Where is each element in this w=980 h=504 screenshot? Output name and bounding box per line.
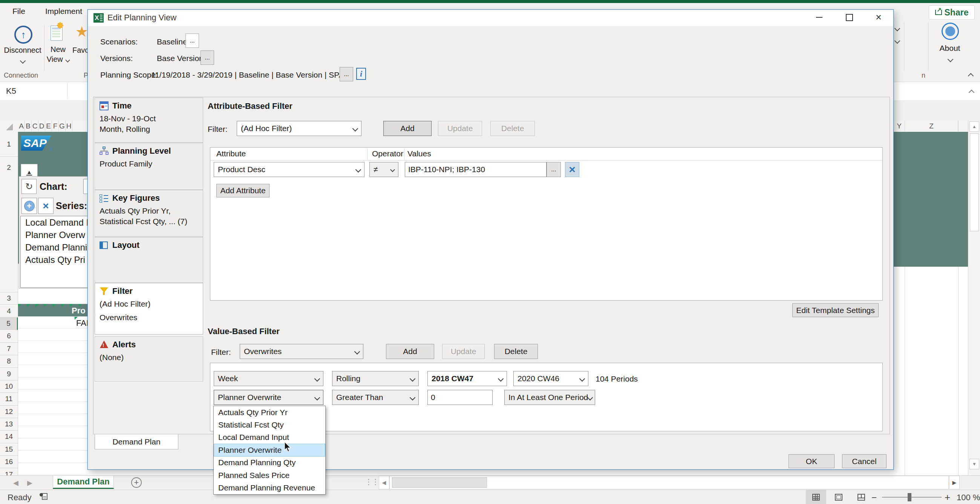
planning-scope-more-button[interactable]: ... bbox=[340, 67, 353, 81]
vbf-update-button[interactable]: Update bbox=[442, 344, 485, 359]
section-key-figures[interactable]: Key Figures Actuals Qty Prior Yr, Statis… bbox=[95, 190, 203, 237]
row-header[interactable]: 4 bbox=[0, 305, 18, 317]
disconnect-button[interactable]: ↑ Disconnect bbox=[2, 22, 43, 71]
dropdown-list-item[interactable]: Demand Planning Revenue bbox=[214, 482, 325, 494]
dropdown-list-item[interactable]: Local Demand Input bbox=[214, 431, 325, 444]
name-box[interactable]: K5 bbox=[0, 83, 67, 99]
rolling-dropdown[interactable]: Rolling bbox=[332, 371, 419, 386]
scroll-down-button[interactable]: ▼ bbox=[969, 459, 979, 469]
refresh-chart-button[interactable]: ↻ bbox=[21, 179, 37, 194]
zoom-slider-thumb[interactable] bbox=[908, 493, 912, 501]
dialog-titlebar[interactable]: X Edit Planning View × bbox=[88, 10, 893, 26]
dropdown-list-item[interactable]: Planner Overwrite bbox=[214, 444, 325, 456]
scroll-up-button[interactable]: ▲ bbox=[969, 121, 979, 132]
series-list-item[interactable]: Local Demand I bbox=[21, 216, 88, 229]
hidden-dropdown-icon-2[interactable] bbox=[894, 38, 900, 44]
horizontal-scrollbar[interactable] bbox=[389, 476, 949, 489]
splitter-dots-icon[interactable]: ⋮⋮ bbox=[365, 477, 379, 486]
row-header[interactable]: 11 bbox=[0, 393, 18, 405]
dropdown-list-item[interactable]: Demand Planning Qty bbox=[214, 456, 325, 469]
zoom-level[interactable]: 100 % bbox=[957, 493, 980, 502]
ribbon-tab-file[interactable]: File bbox=[13, 7, 25, 16]
hscroll-left-button[interactable]: ◀ bbox=[379, 476, 389, 489]
zoom-out-icon[interactable]: − bbox=[872, 492, 877, 503]
row-header[interactable]: 16 bbox=[0, 456, 18, 468]
delete-row-button[interactable]: × bbox=[565, 162, 579, 177]
minimize-button[interactable] bbox=[808, 11, 830, 24]
condition-dropdown[interactable]: In At Least One Period bbox=[504, 390, 595, 405]
view-page-break-button[interactable] bbox=[851, 490, 872, 504]
column-header[interactable]: F bbox=[52, 120, 59, 132]
section-layout[interactable]: Layout bbox=[95, 237, 203, 283]
values-more-button[interactable]: ... bbox=[547, 162, 561, 177]
attribute-dropdown[interactable]: Product Desc bbox=[214, 162, 364, 177]
period-type-dropdown[interactable]: Week bbox=[214, 371, 323, 386]
view-normal-button[interactable] bbox=[806, 490, 826, 504]
section-filter[interactable]: Filter (Ad Hoc Filter) Overwrites bbox=[95, 283, 203, 334]
add-series-button[interactable]: + bbox=[21, 198, 37, 214]
row-header[interactable]: 10 bbox=[0, 380, 18, 393]
key-figure-dropdown[interactable]: Planner Overwrite bbox=[214, 390, 323, 405]
series-listbox[interactable]: Local Demand IPlanner OverwDemand Planni… bbox=[21, 216, 88, 288]
row-header[interactable]: 9 bbox=[0, 368, 18, 380]
column-header[interactable]: A bbox=[18, 120, 25, 132]
dropdown-list-item[interactable]: Planned Sales Price bbox=[214, 469, 325, 482]
scrollbar-thumb[interactable] bbox=[970, 133, 979, 231]
column-header[interactable]: D bbox=[38, 120, 45, 132]
formula-bar-expand-icon[interactable] bbox=[969, 90, 975, 96]
remove-series-button[interactable]: × bbox=[38, 198, 54, 214]
column-header[interactable]: B bbox=[25, 120, 32, 132]
add-attribute-button[interactable]: Add Attribute bbox=[216, 184, 269, 197]
row-header[interactable]: 3 bbox=[0, 292, 18, 305]
dialog-demand-plan-tab[interactable]: Demand Plan bbox=[95, 434, 178, 449]
row-header[interactable]: 7 bbox=[0, 343, 18, 355]
row-header[interactable]: 14 bbox=[0, 431, 18, 443]
section-time[interactable]: Time 18-Nov - 19-Oct Month, Rolling bbox=[95, 98, 203, 143]
key-figure-dropdown-list[interactable]: Actuals Qty Prior YrStatistical Fcst Qty… bbox=[213, 406, 326, 494]
maximize-button[interactable] bbox=[838, 11, 861, 24]
from-period-dropdown[interactable]: 2018 CW47 bbox=[428, 371, 507, 386]
cancel-button[interactable]: Cancel bbox=[842, 454, 886, 468]
column-header[interactable]: G bbox=[59, 120, 65, 132]
section-planning-level[interactable]: Planning Level Product Family bbox=[95, 143, 203, 190]
share-button[interactable]: ↗ Share bbox=[929, 5, 975, 20]
row-header-1[interactable]: 1 bbox=[0, 132, 18, 157]
about-button[interactable]: About bbox=[930, 20, 969, 72]
column-header-z[interactable]: Z bbox=[905, 120, 958, 132]
versions-more-button[interactable]: ... bbox=[200, 51, 214, 65]
dropdown-list-item[interactable]: Statistical Fcst Qty bbox=[214, 418, 325, 431]
hidden-dropdown-icon-1[interactable] bbox=[894, 25, 900, 32]
zoom-slider-track[interactable] bbox=[882, 497, 942, 498]
select-all-button[interactable] bbox=[6, 124, 13, 130]
sheet-tab-demand-plan[interactable]: Demand Plan bbox=[53, 476, 114, 489]
abf-add-button[interactable]: Add bbox=[383, 121, 431, 136]
row-header[interactable]: 6 bbox=[0, 330, 18, 342]
row-header[interactable]: 15 bbox=[0, 443, 18, 456]
vbf-filter-dropdown[interactable]: Overwrites bbox=[240, 344, 363, 359]
macro-record-icon[interactable] bbox=[40, 493, 48, 501]
ribbon-tab-implement[interactable]: Implement bbox=[45, 7, 82, 16]
row-header[interactable]: 12 bbox=[0, 406, 18, 418]
new-sheet-button[interactable]: + bbox=[131, 477, 142, 488]
close-button[interactable]: × bbox=[867, 11, 890, 24]
sheet-nav-left-icon[interactable]: ◀ bbox=[13, 479, 19, 487]
values-input[interactable]: IBP-110-NPI; IBP-130 bbox=[405, 162, 547, 177]
new-view-button[interactable]: New View bbox=[46, 22, 70, 71]
to-period-dropdown[interactable]: 2020 CW46 bbox=[513, 371, 589, 386]
zoom-in-icon[interactable]: + bbox=[945, 491, 950, 503]
row-header-2[interactable]: 2 bbox=[0, 157, 18, 292]
row-header[interactable]: 8 bbox=[0, 355, 18, 368]
comparison-dropdown[interactable]: Greater Than bbox=[332, 390, 419, 405]
edit-template-settings-button[interactable]: Edit Template Settings bbox=[792, 303, 878, 317]
abf-update-button[interactable]: Update bbox=[438, 121, 482, 136]
hscrollbar-thumb[interactable] bbox=[392, 477, 487, 488]
section-alerts[interactable]: ! Alerts (None) bbox=[95, 336, 203, 382]
vertical-scrollbar[interactable]: ▲ ▼ bbox=[969, 120, 980, 475]
operator-dropdown[interactable]: ≠ bbox=[369, 162, 398, 177]
hscroll-right-button[interactable]: ▶ bbox=[949, 476, 959, 489]
row-header[interactable]: 5 bbox=[0, 317, 18, 330]
column-header[interactable]: C bbox=[32, 120, 38, 132]
sheet-nav-right-icon[interactable]: ▶ bbox=[27, 479, 32, 487]
vbf-add-button[interactable]: Add bbox=[386, 344, 434, 359]
vbf-delete-button[interactable]: Delete bbox=[494, 344, 538, 359]
